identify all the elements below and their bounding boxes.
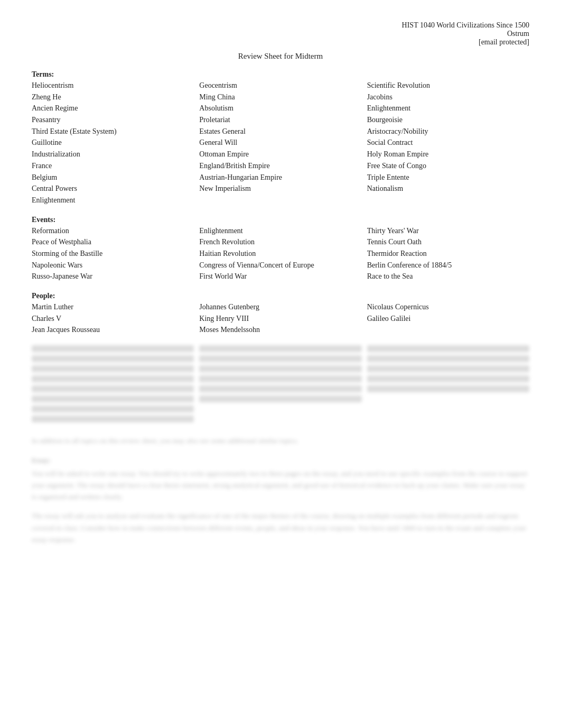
terms-col3: Scientific Revolution Jacobins Enlighten… xyxy=(367,80,529,206)
event-enlightenment: Enlightenment xyxy=(199,225,361,237)
person-gutenberg: Johannes Gutenberg xyxy=(199,301,361,313)
event-berlin-conference: Berlin Conference of 1884/5 xyxy=(367,260,529,271)
term-holy-roman-empire: Holy Roman Empire xyxy=(367,149,529,160)
people-section: People: Martin Luther Charles V Jean Jac… xyxy=(32,292,529,336)
person-mendelssohn: Moses Mendelssohn xyxy=(199,324,361,336)
term-estates-general: Estates General xyxy=(199,126,361,137)
blurred-essay-label: Essay: xyxy=(32,456,529,465)
event-peace-westphalia: Peace of Westphalia xyxy=(32,236,194,248)
events-section: Events: Reformation Peace of Westphalia … xyxy=(32,216,529,282)
people-col1: Martin Luther Charles V Jean Jacques Rou… xyxy=(32,301,194,336)
term-nationalism: Nationalism xyxy=(367,183,529,195)
term-peasantry: Peasantry xyxy=(32,114,194,126)
event-race-to-sea: Race to the Sea xyxy=(367,271,529,282)
term-guillotine: Guillotine xyxy=(32,137,194,149)
event-reformation: Reformation xyxy=(32,225,194,237)
event-first-world-war: First World War xyxy=(199,271,361,282)
blurred-instruction-line: In addition to all topics on this review… xyxy=(32,435,529,447)
event-storming-bastille: Storming of the Bastille xyxy=(32,248,194,260)
blurred-essay-paragraph1: You will be asked to write one essay. Yo… xyxy=(32,468,529,503)
term-bourgeoisie: Bourgeoisie xyxy=(367,114,529,126)
term-proletariat: Proletariat xyxy=(199,114,361,126)
person-martin-luther: Martin Luther xyxy=(32,301,194,313)
term-enlightenment-col3: Enlightenment xyxy=(367,103,529,114)
term-central-powers: Central Powers xyxy=(32,183,194,195)
term-enlightenment-col1: Enlightenment xyxy=(32,195,194,206)
term-geocentrism: Geocentrism xyxy=(199,80,361,91)
term-absolutism: Absolutism xyxy=(199,103,361,114)
term-general-will: General Will xyxy=(199,137,361,149)
term-social-contract: Social Contract xyxy=(367,137,529,149)
event-congress-vienna: Congress of Vienna/Concert of Europe xyxy=(199,260,361,271)
term-france: France xyxy=(32,160,194,172)
events-col3: Thirty Years' War Tennis Court Oath Ther… xyxy=(367,225,529,282)
event-haitian-revolution: Haitian Revolution xyxy=(199,248,361,260)
blurred-col3 xyxy=(367,345,529,426)
terms-col2: Geocentrism Ming China Absolutism Prolet… xyxy=(199,80,361,206)
event-thermidor: Thermidor Reaction xyxy=(367,248,529,260)
people-columns: Martin Luther Charles V Jean Jacques Rou… xyxy=(32,301,529,336)
events-columns: Reformation Peace of Westphalia Storming… xyxy=(32,225,529,282)
terms-label: Terms: xyxy=(32,70,529,79)
term-england-british: England/British Empire xyxy=(199,160,361,172)
terms-section: Terms: Heliocentrism Zheng He Ancien Reg… xyxy=(32,70,529,206)
event-french-revolution: French Revolution xyxy=(199,236,361,248)
person-charles-v: Charles V xyxy=(32,313,194,325)
page-title: Review Sheet for Midterm xyxy=(32,52,529,61)
events-col2: Enlightenment French Revolution Haitian … xyxy=(199,225,361,282)
blurred-col2 xyxy=(199,345,361,426)
term-heliocentrism: Heliocentrism xyxy=(32,80,194,91)
event-napoleonic-wars: Napoleonic Wars xyxy=(32,260,194,271)
blurred-essay-paragraph2: The essay will ask you to analyze and ev… xyxy=(32,510,529,546)
instructor-name: Ostrum xyxy=(32,30,529,38)
term-jacobins: Jacobins xyxy=(367,91,529,103)
events-label: Events: xyxy=(32,216,529,224)
blurred-ids-columns xyxy=(32,345,529,426)
person-rousseau: Jean Jacques Rousseau xyxy=(32,324,194,336)
term-triple-entente: Triple Entente xyxy=(367,172,529,183)
person-copernicus: Nicolaus Copernicus xyxy=(367,301,529,313)
term-zheng-he: Zheng He xyxy=(32,91,194,103)
term-scientific-revolution: Scientific Revolution xyxy=(367,80,529,91)
term-belgium: Belgium xyxy=(32,172,194,183)
term-free-state-congo: Free State of Congo xyxy=(367,160,529,172)
term-ancien-regime: Ancien Regime xyxy=(32,103,194,114)
people-col2: Johannes Gutenberg King Henry VIII Moses… xyxy=(199,301,361,336)
instructor-email: [email protected] xyxy=(32,38,529,47)
person-galilei: Galileo Galilei xyxy=(367,313,529,325)
event-thirty-years-war: Thirty Years' War xyxy=(367,225,529,237)
course-title: HIST 1040 World Civilizations Since 1500 xyxy=(32,21,529,30)
term-aristocracy: Aristocracy/Nobility xyxy=(367,126,529,137)
term-industrialization: Industrialization xyxy=(32,149,194,160)
people-label: People: xyxy=(32,292,529,300)
people-col3: Nicolaus Copernicus Galileo Galilei xyxy=(367,301,529,336)
blurred-col1 xyxy=(32,345,194,426)
event-tennis-court-oath: Tennis Court Oath xyxy=(367,236,529,248)
ids-section-blurred xyxy=(32,345,529,426)
terms-columns: Heliocentrism Zheng He Ancien Regime Pea… xyxy=(32,80,529,206)
term-ottoman-empire: Ottoman Empire xyxy=(199,149,361,160)
person-king-henry: King Henry VIII xyxy=(199,313,361,325)
event-russo-japanese: Russo-Japanese War xyxy=(32,271,194,282)
term-new-imperialism: New Imperialism xyxy=(199,183,361,195)
header-block: HIST 1040 World Civilizations Since 1500… xyxy=(32,21,529,47)
terms-col1: Heliocentrism Zheng He Ancien Regime Pea… xyxy=(32,80,194,206)
events-col1: Reformation Peace of Westphalia Storming… xyxy=(32,225,194,282)
term-austro-hungarian: Austrian-Hungarian Empire xyxy=(199,172,361,183)
term-third-estate: Third Estate (Estate System) xyxy=(32,126,194,137)
term-ming-china: Ming China xyxy=(199,91,361,103)
